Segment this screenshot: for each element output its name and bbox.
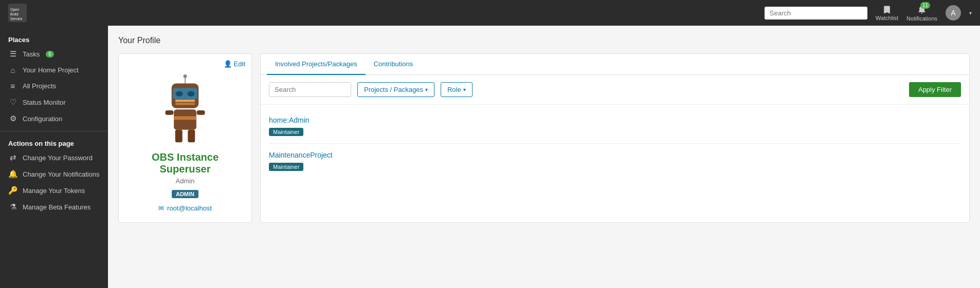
- actions-section-title: Actions on this page: [0, 136, 108, 149]
- sidebar-item-status-monitor[interactable]: ♡ Status Monitor: [0, 94, 108, 110]
- sidebar-item-home-project[interactable]: ⌂ Your Home Project: [0, 62, 108, 78]
- sidebar-item-label: Manage Beta Features: [23, 203, 90, 211]
- sidebar-item-label: Change Your Notifications: [23, 170, 100, 178]
- sidebar-item-label: Change Your Password: [23, 154, 93, 162]
- svg-rect-17: [197, 110, 205, 115]
- apply-filter-button[interactable]: Apply Filter: [909, 82, 961, 97]
- notifications-button[interactable]: 11 Notifications: [906, 4, 937, 22]
- svg-rect-16: [166, 110, 174, 115]
- dropdown-caret-icon: ▾: [425, 87, 428, 92]
- dropdown-label: Projects / Packages: [364, 86, 423, 93]
- profile-card: 👤 Edit: [118, 53, 252, 223]
- app-logo[interactable]: Open Build Service: [8, 4, 27, 22]
- content: Your Profile 👤 Edit: [108, 26, 980, 288]
- tabs-header: Involved Projects/Packages Contributions: [261, 54, 969, 75]
- beta-icon: ⚗: [8, 202, 17, 212]
- svg-rect-10: [175, 103, 195, 105]
- sidebar-divider: [0, 131, 108, 131]
- gear-icon: ⚙: [8, 114, 17, 123]
- role-badge: Maintainer: [269, 128, 303, 136]
- main-layout: Places ☰ Tasks 6 ⌂ Your Home Project ≡ A…: [0, 26, 980, 288]
- avatar[interactable]: A: [946, 5, 961, 21]
- avatar-dropdown-caret[interactable]: ▾: [969, 10, 972, 16]
- profile-name: OBS Instance Superuser: [129, 151, 241, 175]
- sidebar: Places ☰ Tasks 6 ⌂ Your Home Project ≡ A…: [0, 26, 108, 288]
- sidebar-item-label: All Projects: [23, 82, 56, 90]
- profile-email: ✉ root@localhost: [158, 204, 212, 212]
- bell-icon: 🔔: [8, 169, 17, 179]
- svg-point-8: [176, 91, 183, 97]
- tabs-panel: Involved Projects/Packages Contributions…: [260, 53, 970, 223]
- sidebar-item-manage-beta[interactable]: ⚗ Manage Beta Features: [0, 199, 108, 215]
- profile-role: Admin: [176, 177, 195, 185]
- avatar-initials: A: [951, 9, 955, 17]
- home-icon: ⌂: [8, 66, 17, 74]
- table-row: home:Admin Maintainer: [269, 109, 961, 144]
- sidebar-item-configuration[interactable]: ⚙ Configuration: [0, 110, 108, 127]
- edit-label: Edit: [234, 60, 245, 68]
- sidebar-item-change-password[interactable]: ⇄ Change Your Password: [0, 149, 108, 166]
- email-value: root@localhost: [167, 204, 212, 212]
- project-link[interactable]: MaintenanceProject: [269, 151, 961, 159]
- topnav: Open Build Service Watchlist 11 Notifica…: [0, 0, 980, 26]
- filter-search-input[interactable]: [269, 82, 351, 97]
- role-dropdown-caret-icon: ▾: [463, 87, 466, 92]
- svg-rect-15: [188, 130, 195, 143]
- email-icon: ✉: [158, 204, 164, 212]
- admin-badge: ADMIN: [172, 190, 198, 198]
- password-icon: ⇄: [8, 153, 17, 162]
- svg-text:Open: Open: [10, 8, 19, 12]
- sidebar-item-manage-tokens[interactable]: 🔑 Manage Your Tokens: [0, 182, 108, 199]
- places-section-title: Places: [0, 32, 108, 46]
- svg-rect-13: [174, 116, 196, 120]
- tasks-badge: 6: [46, 51, 54, 57]
- sidebar-item-label: Configuration: [23, 115, 62, 123]
- svg-point-5: [184, 74, 187, 78]
- sidebar-item-all-projects[interactable]: ≡ All Projects: [0, 78, 108, 94]
- project-link[interactable]: home:Admin: [269, 116, 961, 124]
- sidebar-item-tasks[interactable]: ☰ Tasks 6: [0, 46, 108, 62]
- watchlist-label: Watchlist: [876, 15, 898, 21]
- list-icon: ≡: [8, 82, 17, 90]
- notifications-label: Notifications: [906, 15, 937, 22]
- profile-avatar: [154, 74, 216, 146]
- edit-button[interactable]: 👤 Edit: [224, 60, 245, 68]
- watchlist-button[interactable]: Watchlist: [876, 5, 898, 21]
- role-dropdown[interactable]: Role ▾: [441, 82, 473, 97]
- page-title: Your Profile: [118, 36, 970, 45]
- notifications-badge: 11: [920, 2, 930, 9]
- sidebar-item-label: Status Monitor: [23, 99, 66, 106]
- svg-rect-14: [175, 130, 183, 143]
- table-row: MaintenanceProject Maintainer: [269, 144, 961, 178]
- edit-person-icon: 👤: [224, 60, 232, 68]
- filter-row: Projects / Packages ▾ Role ▾ Apply Filte…: [261, 75, 969, 105]
- sidebar-item-label: Tasks: [23, 50, 40, 58]
- svg-text:Build: Build: [10, 12, 19, 16]
- tasks-icon: ☰: [8, 49, 17, 59]
- key-icon: 🔑: [8, 186, 17, 195]
- sidebar-item-label: Your Home Project: [23, 66, 79, 74]
- projects-packages-dropdown[interactable]: Projects / Packages ▾: [357, 82, 434, 97]
- svg-point-9: [187, 91, 194, 97]
- project-list: home:Admin Maintainer MaintenanceProject…: [261, 105, 969, 182]
- sidebar-item-change-notifications[interactable]: 🔔 Change Your Notifications: [0, 166, 108, 182]
- tab-involved[interactable]: Involved Projects/Packages: [267, 54, 366, 75]
- svg-rect-11: [175, 100, 195, 102]
- role-badge: Maintainer: [269, 163, 303, 171]
- search-input[interactable]: [765, 7, 867, 20]
- sidebar-item-label: Manage Your Tokens: [23, 187, 85, 195]
- tab-contributions[interactable]: Contributions: [366, 54, 422, 75]
- svg-text:Service: Service: [10, 17, 22, 21]
- role-dropdown-label: Role: [447, 86, 461, 93]
- topnav-right: Watchlist 11 Notifications A ▾: [765, 4, 972, 22]
- monitor-icon: ♡: [8, 98, 17, 107]
- profile-section: 👤 Edit: [118, 53, 970, 223]
